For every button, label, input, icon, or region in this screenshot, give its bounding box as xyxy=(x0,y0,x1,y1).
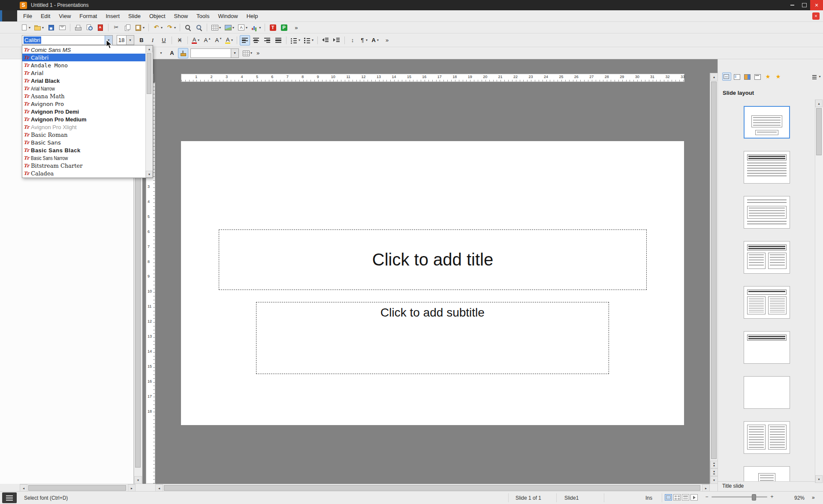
increase-indent-button[interactable] xyxy=(332,35,342,45)
font-effects-button[interactable]: A xyxy=(167,48,177,58)
open-textmaker-button[interactable]: T xyxy=(268,22,278,33)
font-color-button[interactable]: A▾ xyxy=(190,35,201,45)
align-center-button[interactable] xyxy=(251,35,261,45)
font-option-bitstream-charter[interactable]: TrBitstream Charter xyxy=(22,162,146,169)
layout-thumbnail-5[interactable] xyxy=(744,286,790,319)
layout-thumbnail-8[interactable] xyxy=(744,421,790,454)
font-option-comic-sans-ms[interactable]: TrComic Sans MS xyxy=(22,46,146,54)
font-option-basic-sans[interactable]: TrBasic Sans xyxy=(22,139,146,146)
layout-thumbnail-3[interactable] xyxy=(744,196,790,229)
insert-chart-button[interactable]: ▾ xyxy=(250,22,262,33)
insert-table-button[interactable]: ▾ xyxy=(210,22,222,33)
paste-button[interactable]: ▾ xyxy=(133,22,146,33)
font-option-avignon-pro-medium[interactable]: TrAvignon Pro Medium xyxy=(22,115,146,123)
font-option-avignon-pro-xlight[interactable]: TrAvignon Pro Xlight xyxy=(22,123,146,131)
menu-item-tools[interactable]: Tools xyxy=(192,11,214,21)
slide-master-button[interactable] xyxy=(753,72,762,81)
scrollbar-thumb[interactable] xyxy=(28,485,126,491)
minimize-button[interactable] xyxy=(786,0,798,10)
layout-thumbnail-4[interactable] xyxy=(744,241,790,274)
font-option-basic-sans-black[interactable]: TrBasic Sans Black xyxy=(22,146,146,154)
notes-view-button[interactable] xyxy=(682,494,689,501)
object-overflow-button[interactable]: » xyxy=(255,50,261,56)
font-option-arial-black[interactable]: TrArial Black xyxy=(22,77,146,85)
send-email-button[interactable] xyxy=(57,22,67,33)
undo-button[interactable]: ↶▾ xyxy=(151,22,164,33)
underline-button[interactable]: U xyxy=(159,35,169,45)
font-option-andale-mono[interactable]: TrAndale Mono xyxy=(22,61,146,69)
favorite-star-button[interactable]: ★ xyxy=(763,72,772,81)
hidden-combo-arrow-button[interactable]: ▾ xyxy=(156,48,166,58)
font-name-dropdown-arrow[interactable]: ▾ xyxy=(105,36,112,45)
favorite-star-button[interactable]: ★ xyxy=(774,72,783,81)
scrollbar-thumb[interactable] xyxy=(816,108,822,155)
font-option-avignon-pro-demi[interactable]: TrAvignon Pro Demi xyxy=(22,108,146,115)
font-option-arial[interactable]: TrArial xyxy=(22,69,146,77)
zoom-slider[interactable] xyxy=(711,496,767,498)
open-planmaker-button[interactable]: P xyxy=(279,22,289,33)
scrollbar-thumb[interactable] xyxy=(147,53,151,94)
layout-thumbnail-7[interactable] xyxy=(744,376,790,409)
menu-item-show[interactable]: Show xyxy=(170,11,193,21)
panel-menu-button[interactable]: ▾ xyxy=(811,72,820,81)
slide-sorter-button[interactable] xyxy=(673,494,681,501)
numbered-list-button[interactable]: ▾ xyxy=(302,35,315,45)
object-style-dropdown-arrow[interactable]: ▾ xyxy=(231,49,238,57)
title-placeholder[interactable]: Click to add title xyxy=(219,229,647,290)
scroll-down-button[interactable]: ▾ xyxy=(146,171,153,178)
start-presentation-button[interactable] xyxy=(690,494,698,501)
font-list-scrollbar[interactable]: ▴ ▾ xyxy=(145,45,153,178)
redo-button[interactable]: ↷▾ xyxy=(165,22,177,33)
color-schemes-button[interactable] xyxy=(743,72,752,81)
font-option-avignon-pro[interactable]: TrAvignon Pro xyxy=(22,100,146,108)
close-button[interactable]: × xyxy=(810,0,823,10)
font-name-combobox[interactable]: Calibri ▾ xyxy=(22,35,113,45)
align-justify-button[interactable] xyxy=(273,35,283,45)
menu-item-object[interactable]: Object xyxy=(145,11,170,21)
print-preview-button[interactable] xyxy=(84,22,94,33)
font-size-dropdown-arrow[interactable]: ▾ xyxy=(126,36,134,45)
maximize-button[interactable] xyxy=(798,0,810,10)
character-settings-button[interactable]: A▾ xyxy=(370,35,380,45)
menu-item-view[interactable]: View xyxy=(54,11,75,21)
scroll-up-button[interactable]: ▴ xyxy=(710,73,718,81)
scrollbar-thumb[interactable] xyxy=(164,485,700,491)
font-option-calibri[interactable]: TrCalibri xyxy=(22,54,146,61)
zoom-slider-handle[interactable] xyxy=(752,494,756,501)
font-option-asana-math[interactable]: TrAsana Math xyxy=(22,92,146,100)
object-style-combobox[interactable]: ▾ xyxy=(190,48,239,58)
layout-thumbnail-1[interactable] xyxy=(744,106,790,139)
insert-picture-button[interactable]: ▾ xyxy=(223,22,235,33)
menu-item-slide[interactable]: Slide xyxy=(124,11,145,21)
next-slide-button[interactable]: ▾ xyxy=(710,468,718,476)
layout-thumbnail-6[interactable] xyxy=(744,331,790,364)
zoom-button[interactable] xyxy=(183,22,193,33)
vertical-scrollbar[interactable]: ▴ ▴ ▾ ▾ xyxy=(710,73,718,484)
font-option-arial-narrow[interactable]: TrArial Narrow xyxy=(22,85,146,92)
font-size-combobox[interactable]: 18 ▾ xyxy=(117,35,134,45)
scroll-down-button[interactable]: ▾ xyxy=(815,475,823,483)
menu-item-insert[interactable]: Insert xyxy=(101,11,124,21)
font-option-basic-roman[interactable]: TrBasic Roman xyxy=(22,131,146,139)
slide[interactable]: Click to add title Click to add subtitle xyxy=(181,141,684,425)
highlight-color-button[interactable]: A▾ xyxy=(224,35,234,45)
open-button[interactable]: ▾ xyxy=(33,22,45,33)
line-spacing-button[interactable]: ↕ xyxy=(347,35,358,45)
insert-text-frame-button[interactable]: ▾ xyxy=(236,22,249,33)
paragraph-settings-button[interactable]: ¶▾ xyxy=(359,35,369,45)
menu-item-format[interactable]: Format xyxy=(75,11,101,21)
slide-layout-view-button[interactable] xyxy=(722,72,731,81)
export-pdf-button[interactable] xyxy=(95,22,106,33)
find-button[interactable] xyxy=(194,22,204,33)
layout-thumbnail-9[interactable] xyxy=(744,466,790,483)
close-document-button[interactable]: × xyxy=(812,12,820,20)
strikethrough-button[interactable]: X xyxy=(175,35,185,45)
menu-item-help[interactable]: Help xyxy=(242,11,262,21)
layout-thumbnail-2[interactable] xyxy=(744,151,790,184)
layout-panel-scrollbar[interactable]: ▴ ▾ xyxy=(815,100,823,483)
align-left-button[interactable] xyxy=(240,35,250,45)
format-paint-button[interactable] xyxy=(178,48,188,58)
status-overflow-button[interactable]: » xyxy=(812,495,815,501)
shrink-font-button[interactable]: A▾ xyxy=(213,35,223,45)
hamburger-menu-button[interactable] xyxy=(2,492,17,503)
